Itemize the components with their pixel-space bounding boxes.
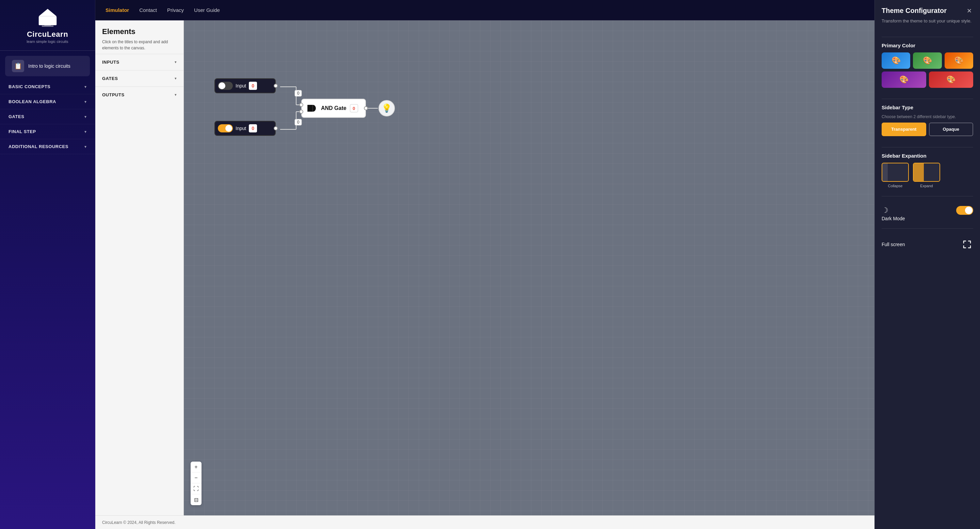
svg-rect-7 xyxy=(295,90,302,96)
toggle-2[interactable] xyxy=(218,124,233,132)
canvas-area[interactable]: 0 0 Input 0 xyxy=(184,21,875,515)
fit-screen-button[interactable]: ⛶ xyxy=(191,483,202,494)
fullscreen-button[interactable] xyxy=(961,238,973,250)
input-label-1: Input xyxy=(235,83,246,89)
group-label-gates: GATES xyxy=(102,76,118,81)
elements-desc: Click on the titles to expand and add el… xyxy=(102,39,177,51)
collapse-option[interactable]: Collapse xyxy=(881,163,909,188)
reset-button[interactable]: ⊟ xyxy=(191,494,202,505)
close-button[interactable]: ✕ xyxy=(965,7,973,15)
input-value-2: 0 xyxy=(249,124,257,132)
input-value-1: 0 xyxy=(249,82,257,90)
intro-icon: 📋 xyxy=(12,60,24,72)
connector-1 xyxy=(274,84,278,88)
divider-4 xyxy=(881,196,973,196)
intro-label: Intro to logic circuits xyxy=(28,63,70,69)
footer-text: CircuLearn © 2024, All Rights Reserved. xyxy=(102,520,176,525)
nav-item-gates[interactable]: GATES ▾ xyxy=(0,109,95,124)
moon-icon: ☽ xyxy=(881,206,888,215)
primary-color-label: Primary Color xyxy=(881,43,973,48)
chevron-gates: ▾ xyxy=(175,76,177,81)
color-swatches-row2: 🎨 🎨 xyxy=(881,72,973,88)
chevron-icon-1: ▾ xyxy=(84,99,86,104)
expand-label: Expand xyxy=(920,184,933,188)
gate-right-connector xyxy=(364,106,368,110)
toggle-on-knob xyxy=(965,207,972,214)
chevron-icon-4: ▾ xyxy=(84,144,86,149)
output-node[interactable]: 💡 xyxy=(379,100,395,116)
nav-label-gates: GATES xyxy=(8,114,24,119)
nav-item-final-step[interactable]: FINAL STEP ▾ xyxy=(0,124,95,139)
expansion-options: Collapse Expand xyxy=(881,163,973,188)
divider-5 xyxy=(881,228,973,229)
nav-contact[interactable]: Contact xyxy=(139,5,157,14)
zoom-out-button[interactable]: − xyxy=(191,473,202,483)
footer: CircuLearn © 2024, All Rights Reserved. xyxy=(95,515,875,529)
svg-rect-2 xyxy=(44,24,51,25)
toggle-1[interactable] xyxy=(218,82,233,90)
nav-simulator[interactable]: Simulator xyxy=(105,5,129,14)
sidebar-type-desc: Choose between 2 different sidebar type. xyxy=(881,115,973,119)
expand-option[interactable]: Expand xyxy=(913,163,940,188)
gate-left-connector-top xyxy=(299,103,303,107)
dark-mode-label: Dark Mode xyxy=(881,216,905,221)
swatch-blue[interactable]: 🎨 xyxy=(881,53,910,69)
dark-mode-toggle[interactable] xyxy=(956,206,973,215)
nav-item-additional[interactable]: ADDITIONAL RESOURCES ▾ xyxy=(0,139,95,154)
nav-privacy[interactable]: Privacy xyxy=(167,5,184,14)
nav-item-basic-concepts[interactable]: BASIC CONCEPTS ▾ xyxy=(0,79,95,94)
color-swatches: 🎨 🎨 🎨 xyxy=(881,53,973,69)
connector-2 xyxy=(274,126,278,131)
svg-text:0: 0 xyxy=(297,91,299,96)
swatch-purple[interactable]: 🎨 xyxy=(881,72,926,88)
app-name: CircuLearn xyxy=(27,30,68,39)
swatch-green[interactable]: 🎨 xyxy=(913,53,942,69)
element-group-inputs[interactable]: INPUTS ▾ xyxy=(95,54,183,70)
toggle-knob-1 xyxy=(218,82,225,89)
connections-svg: 0 0 xyxy=(184,21,875,515)
sidebar-expansion-label: Sidebar Expantion xyxy=(881,153,973,159)
left-sidebar: CircuLearn learn simple logic circuits 📋… xyxy=(0,0,95,529)
swatch-orange[interactable]: 🎨 xyxy=(945,53,973,69)
elements-header: Elements Click on the titles to expand a… xyxy=(95,21,183,54)
sidebar-type-buttons: Transparent Opaque xyxy=(881,123,973,136)
fullscreen-row: Full screen xyxy=(881,234,973,255)
elements-panel: Elements Click on the titles to expand a… xyxy=(95,21,184,515)
nav-user-guide[interactable]: User Guide xyxy=(194,5,220,14)
workspace: Elements Click on the titles to expand a… xyxy=(95,21,875,515)
svg-text:0: 0 xyxy=(297,120,299,124)
logo-icon xyxy=(36,7,60,27)
nav-item-boolean-algebra[interactable]: BOOLEAN ALGEBRA ▾ xyxy=(0,94,95,109)
and-gate-node[interactable]: AND Gate 0 xyxy=(301,99,366,118)
chevron-inputs: ▾ xyxy=(175,60,177,64)
input-node-1[interactable]: Input 0 xyxy=(215,78,276,93)
panel-header: Theme Configurator ✕ xyxy=(881,7,973,15)
gate-label: AND Gate xyxy=(321,105,347,111)
opaque-button[interactable]: Opaque xyxy=(929,123,974,136)
element-group-outputs[interactable]: OUTPUTS ▾ xyxy=(95,86,183,103)
toggle-knob-2 xyxy=(225,125,232,132)
gate-symbol xyxy=(307,103,318,114)
zoom-in-button[interactable]: + xyxy=(191,462,202,473)
chevron-icon-2: ▾ xyxy=(84,115,86,119)
chevron-icon-3: ▾ xyxy=(84,129,86,134)
gate-value: 0 xyxy=(350,104,358,112)
chevron-outputs: ▾ xyxy=(175,92,177,97)
svg-marker-1 xyxy=(38,9,57,16)
main-content: Simulator Contact Privacy User Guide Ele… xyxy=(95,0,875,529)
svg-rect-3 xyxy=(41,25,53,27)
svg-rect-12 xyxy=(295,119,302,125)
chevron-icon-0: ▾ xyxy=(84,84,86,89)
input-label-2: Input xyxy=(235,126,246,131)
input-node-2[interactable]: Input 0 xyxy=(215,121,276,136)
element-group-gates[interactable]: GATES ▾ xyxy=(95,70,183,86)
intro-item[interactable]: 📋 Intro to logic circuits xyxy=(5,56,90,76)
gate-left-connector-bot xyxy=(299,110,303,114)
panel-description: Transform the theme to suit your unique … xyxy=(881,18,973,24)
nav-label-boolean: BOOLEAN ALGEBRA xyxy=(8,99,56,104)
theme-panel: Theme Configurator ✕ Transform the theme… xyxy=(875,0,980,529)
expand-preview xyxy=(913,163,940,182)
elements-title: Elements xyxy=(102,27,177,36)
transparent-button[interactable]: Transparent xyxy=(881,123,926,136)
swatch-red[interactable]: 🎨 xyxy=(929,72,974,88)
